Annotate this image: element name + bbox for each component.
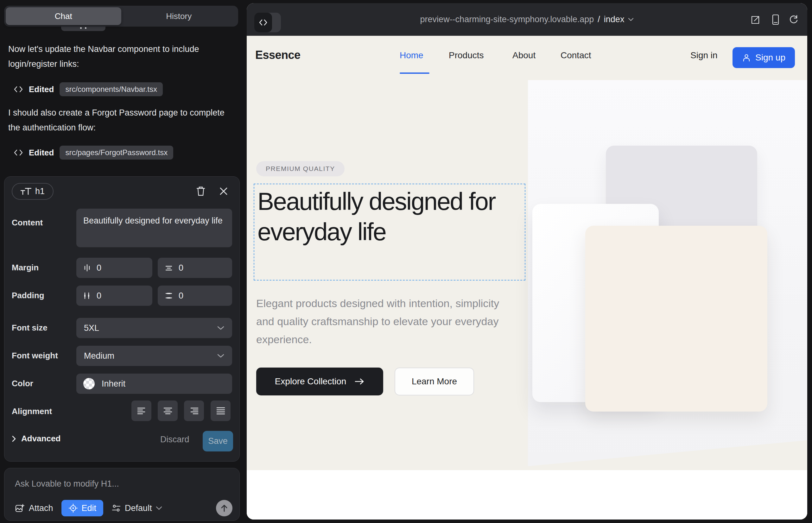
chevron-down-icon (628, 18, 634, 21)
browser-chrome: preview--charming-site-symphony.lovable.… (247, 3, 807, 36)
preview-browser: preview--charming-site-symphony.lovable.… (247, 3, 807, 520)
nav-link-contact[interactable]: Contact (561, 50, 591, 60)
tag-name: h1 (35, 186, 45, 196)
premium-quality-badge: PREMIUM QUALITY (256, 161, 345, 176)
code-icon (14, 148, 23, 157)
default-model-select[interactable]: Default (111, 503, 162, 513)
chat-history-tabbar: Chat History (4, 6, 238, 26)
font-weight-label: Font weight (12, 351, 58, 361)
align-left-button[interactable] (131, 400, 152, 421)
attach-button[interactable]: Attach (15, 503, 53, 513)
edited-file-row: Edited src/components/Navbar.tsx (14, 82, 163, 97)
sign-up-label: Sign up (755, 53, 785, 63)
edited-label: Edited (29, 148, 54, 158)
align-right-button[interactable] (184, 400, 204, 421)
file-chip[interactable]: src/components/Navbar.tsx (59, 82, 162, 96)
color-select[interactable]: Inherit (76, 374, 232, 394)
target-icon (68, 503, 78, 513)
assistant-message: I should also create a Forgot Password p… (8, 105, 230, 135)
delete-element-button[interactable] (194, 185, 207, 198)
active-nav-underline (400, 72, 429, 74)
url-bar[interactable]: preview--charming-site-symphony.lovable.… (247, 3, 807, 36)
chevron-down-icon (217, 326, 225, 330)
advanced-label: Advanced (21, 434, 60, 444)
send-button[interactable] (216, 500, 232, 516)
nav-link-products[interactable]: Products (449, 50, 484, 60)
open-in-new-tab-icon[interactable] (750, 14, 761, 25)
margin-x-input[interactable]: 0 (76, 258, 152, 278)
align-center-button[interactable] (158, 400, 178, 421)
save-button[interactable]: Save (203, 431, 233, 451)
sliders-icon (111, 503, 121, 513)
discard-button[interactable]: Discard (160, 435, 189, 445)
composer-input[interactable] (15, 476, 230, 492)
attach-label: Attach (29, 503, 53, 513)
content-input[interactable]: Beautifully designed for everyday life (76, 209, 232, 247)
attach-image-icon (15, 503, 24, 513)
selected-element-tag: h1 (12, 183, 54, 200)
url-page: index (604, 15, 624, 24)
arrow-right-icon (354, 378, 365, 385)
hero-description: Elegant products designed with intention… (256, 294, 513, 348)
font-weight-select[interactable]: Medium (76, 346, 232, 366)
nav-link-about[interactable]: About (512, 50, 535, 60)
margin-y-input[interactable]: 0 (158, 258, 232, 278)
learn-more-button[interactable]: Learn More (394, 367, 474, 395)
advanced-toggle[interactable]: Advanced (12, 434, 60, 444)
padding-y-value: 0 (179, 291, 183, 301)
site-logo[interactable]: Essence (255, 49, 301, 62)
align-justify-button[interactable] (211, 400, 231, 421)
dots-icon (80, 27, 86, 31)
code-icon (14, 85, 23, 93)
nav-link-home[interactable]: Home (400, 50, 423, 60)
padding-vertical-icon (165, 292, 173, 300)
font-size-value: 5XL (84, 323, 99, 333)
content-label: Content (12, 218, 43, 228)
next-section-background (247, 470, 807, 520)
sign-in-link[interactable]: Sign in (690, 50, 718, 60)
decor-card-beige (585, 226, 767, 412)
chevron-right-icon (12, 435, 16, 442)
close-icon[interactable] (217, 185, 230, 198)
edited-file-row: Edited src/pages/ForgotPassword.tsx (14, 145, 173, 160)
color-swatch-icon (83, 378, 95, 390)
sign-up-button[interactable]: Sign up (732, 47, 795, 68)
edited-label: Edited (29, 85, 54, 94)
file-chip[interactable]: src/pages/ForgotPassword.tsx (59, 146, 173, 160)
default-label: Default (125, 503, 152, 513)
margin-vertical-icon (165, 264, 173, 272)
padding-label: Padding (12, 291, 44, 301)
margin-y-value: 0 (179, 263, 183, 273)
padding-x-input[interactable]: 0 (76, 286, 152, 306)
site-preview: Essence Home Products About Contact Sign… (247, 36, 807, 520)
chevron-down-icon (156, 506, 162, 510)
edit-label: Edit (82, 503, 96, 513)
margin-label: Margin (12, 263, 39, 273)
edit-mode-button[interactable]: Edit (61, 500, 104, 516)
hero-heading[interactable]: Beautifully designed for everyday life (258, 186, 517, 247)
element-editor-panel: h1 Content Beautifully designed for ever… (4, 176, 240, 462)
composer-toolbar: Attach Edit (15, 500, 232, 516)
color-label: Color (12, 379, 33, 389)
explore-collection-label: Explore Collection (275, 376, 347, 386)
refresh-icon[interactable] (788, 14, 799, 25)
mobile-view-icon[interactable] (770, 14, 781, 25)
explore-collection-button[interactable]: Explore Collection (256, 367, 383, 395)
url-separator: / (598, 15, 600, 24)
padding-y-input[interactable]: 0 (158, 286, 232, 306)
margin-horizontal-icon (83, 264, 91, 272)
margin-x-value: 0 (96, 263, 101, 273)
code-preview-toggle[interactable] (254, 13, 281, 32)
chat-panel: Chat History Now let's update the Navbar… (0, 0, 247, 523)
tab-history[interactable]: History (121, 7, 237, 25)
padding-x-value: 0 (96, 291, 101, 301)
tab-chat[interactable]: Chat (6, 7, 121, 25)
font-size-label: Font size (12, 323, 48, 333)
alignment-label: Alignment (12, 407, 52, 416)
assistant-message: Now let's update the Navbar component to… (8, 42, 230, 72)
font-size-select[interactable]: 5XL (76, 318, 232, 338)
code-icon (254, 13, 272, 32)
heading-type-icon (21, 187, 31, 196)
color-value: Inherit (102, 379, 125, 389)
element-selection-outline: Beautifully designed for everyday life (254, 184, 525, 281)
